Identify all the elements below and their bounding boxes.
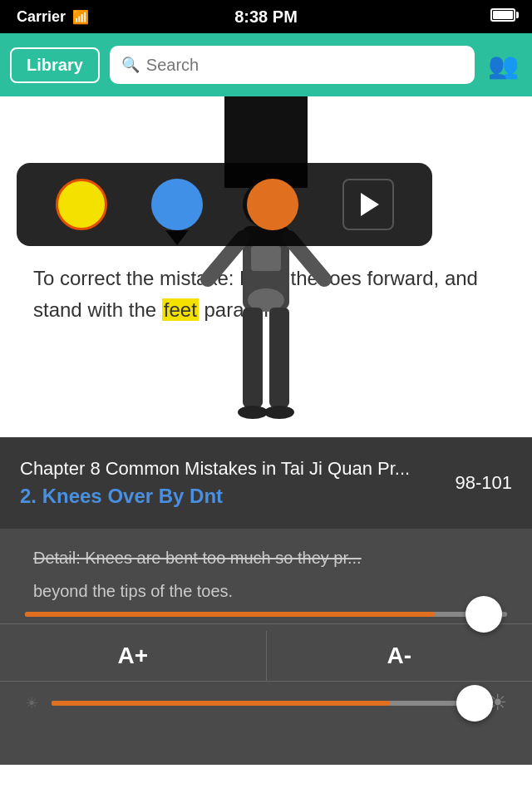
chapter-pages: 98-101 (455, 472, 512, 494)
divider-line (0, 623, 532, 624)
font-decrease-button[interactable]: A- (267, 631, 533, 681)
status-bar: Carrier 📶 8:38 PM (0, 0, 532, 33)
library-button[interactable]: Library (10, 47, 100, 83)
orange-color-button[interactable] (247, 179, 298, 230)
blue-color-button[interactable] (151, 179, 203, 230)
font-controls: A+ A- (0, 631, 532, 681)
status-bar-left: Carrier 📶 (17, 8, 89, 26)
svg-rect-6 (243, 308, 263, 407)
status-bar-time: 8:38 PM (234, 7, 298, 27)
search-bar: 🔍 (110, 46, 475, 84)
yellow-color-button[interactable] (56, 179, 107, 230)
progress-track (25, 612, 507, 617)
search-icon: 🔍 (121, 56, 140, 74)
contacts-button[interactable]: 👥 (485, 47, 522, 83)
battery-indicator (490, 8, 515, 26)
brightness-track (52, 701, 475, 706)
font-increase-button[interactable]: A+ (0, 631, 267, 681)
progress-slider-area (0, 605, 532, 623)
chapter-title: Chapter 8 Common Mistakes in Tai Ji Quan… (20, 458, 512, 480)
play-triangle-icon (361, 193, 379, 216)
color-dropdown-arrow (165, 230, 189, 245)
detail-text-second: beyond the tips of the toes. (0, 579, 532, 603)
bottom-controls: Detail: Knees are bent too much so they … (0, 529, 532, 765)
brightness-thumb[interactable] (456, 685, 493, 722)
wifi-icon: 📶 (72, 9, 89, 25)
play-button[interactable] (342, 179, 394, 230)
progress-thumb[interactable] (466, 596, 502, 633)
people-icon: 👥 (488, 52, 519, 79)
detail-text: Detail: Knees are bent too much so they … (0, 529, 532, 579)
progress-fill (25, 612, 435, 617)
svg-rect-2 (251, 246, 281, 271)
svg-point-9 (264, 406, 294, 419)
brightness-fill (52, 701, 390, 706)
chapter-subtitle: 2. Knees Over By Dnt (20, 485, 223, 508)
svg-point-8 (238, 406, 268, 419)
search-input[interactable] (146, 56, 463, 75)
svg-rect-7 (269, 308, 289, 407)
color-toolbar (17, 163, 432, 246)
carrier-label: Carrier (17, 8, 66, 26)
header: Library 🔍 👥 (0, 33, 532, 96)
chapter-bar: Chapter 8 Common Mistakes in Tai Ji Quan… (0, 437, 532, 529)
brightness-icon-low: ☀ (25, 694, 38, 712)
content-area: To correct the mistake: Point the toes f… (0, 96, 532, 529)
brightness-slider-area: ☀ ☀ (0, 682, 532, 724)
